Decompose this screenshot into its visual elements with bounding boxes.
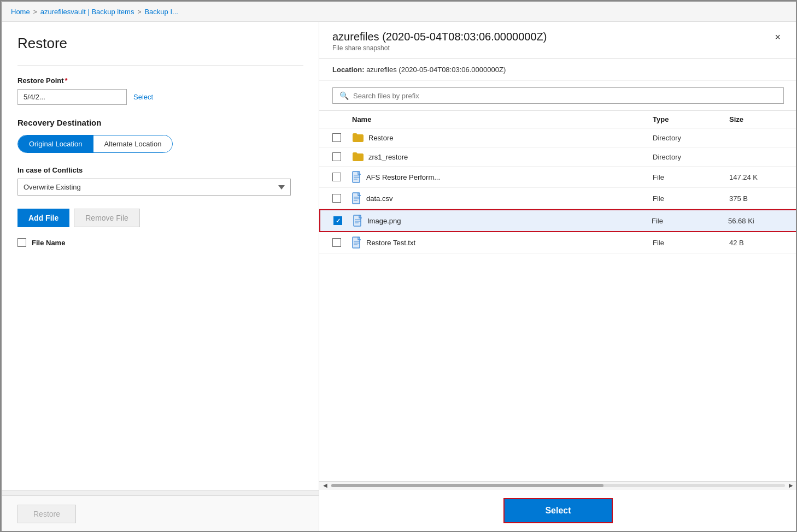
breadcrumb-sep1: > bbox=[33, 8, 37, 16]
recovery-destination-title: Recovery Destination bbox=[17, 118, 303, 127]
file-size-cell-3: 375 B bbox=[729, 194, 784, 203]
horizontal-scrollbar[interactable]: ◀ ▶ bbox=[319, 481, 797, 489]
file-type-cell-4: File bbox=[652, 217, 728, 225]
left-panel: Restore Restore Point* Select Recovery D… bbox=[2, 22, 319, 532]
table-row[interactable]: AFS Restore Perform...File147.24 K bbox=[319, 167, 797, 188]
row-checkbox-0[interactable] bbox=[332, 133, 341, 142]
table-row[interactable]: zrs1_restoreDirectory bbox=[319, 147, 797, 167]
file-name-text-2: AFS Restore Perform... bbox=[366, 173, 440, 181]
file-type-cell-3: File bbox=[653, 194, 729, 203]
select-button[interactable]: Select bbox=[503, 498, 613, 523]
file-icon bbox=[352, 237, 362, 249]
alternate-location-btn[interactable]: Alternate Location bbox=[93, 135, 173, 152]
file-name-cell-0: Restore bbox=[352, 133, 653, 143]
location-label: Location: bbox=[332, 66, 365, 74]
file-action-buttons: Add File Remove File bbox=[17, 209, 303, 227]
search-box: 🔍 bbox=[332, 87, 784, 104]
right-panel-footer: Select bbox=[319, 489, 797, 532]
recovery-destination-toggle: Original Location Alternate Location bbox=[17, 135, 173, 153]
file-name-cell-5: Restore Test.txt bbox=[352, 237, 653, 249]
file-name-cell-2: AFS Restore Perform... bbox=[352, 171, 653, 183]
svg-rect-4 bbox=[353, 193, 360, 204]
scroll-arrow-right[interactable]: ▶ bbox=[787, 482, 795, 488]
scroll-thumb bbox=[331, 484, 603, 487]
table-header: Name Type Size bbox=[319, 111, 797, 128]
file-name-text-0: Restore bbox=[368, 134, 394, 142]
add-file-button[interactable]: Add File bbox=[17, 209, 69, 227]
conflicts-select[interactable]: Overwrite Existing bbox=[17, 179, 291, 196]
breadcrumb-backup: Backup I... bbox=[144, 8, 178, 16]
file-name-text-3: data.csv bbox=[366, 194, 392, 203]
svg-rect-0 bbox=[353, 172, 360, 182]
left-panel-footer: Restore bbox=[2, 495, 319, 532]
search-icon: 🔍 bbox=[339, 91, 349, 100]
location-value: azurefiles (2020-05-04T08:03:06.0000000Z… bbox=[366, 66, 506, 74]
file-size-cell-4: 56.68 Ki bbox=[728, 217, 783, 225]
original-location-btn[interactable]: Original Location bbox=[18, 135, 93, 152]
file-size-cell-5: 42 B bbox=[729, 239, 784, 247]
required-star: * bbox=[65, 76, 68, 85]
scroll-arrow-left[interactable]: ◀ bbox=[321, 482, 329, 488]
file-name-text-5: Restore Test.txt bbox=[366, 239, 415, 247]
right-panel-title: azurefiles (2020-05-04T08:03:06.0000000Z… bbox=[332, 31, 547, 43]
file-name-cell-1: zrs1_restore bbox=[352, 152, 653, 162]
file-name-cell-4: Image.png bbox=[353, 215, 652, 227]
table-row[interactable]: RestoreDirectory bbox=[319, 128, 797, 147]
restore-title: Restore bbox=[17, 35, 303, 52]
col-header-size: Size bbox=[729, 115, 784, 123]
breadcrumb: Home > azurefilesvault | Backup items > … bbox=[2, 2, 797, 22]
restore-point-label: Restore Point* bbox=[17, 76, 303, 85]
location-row: Location: azurefiles (2020-05-04T08:03:0… bbox=[319, 59, 797, 81]
scroll-track bbox=[331, 484, 785, 487]
file-icon bbox=[352, 171, 362, 183]
row-checkbox-5[interactable] bbox=[332, 238, 341, 247]
table-row[interactable]: Restore Test.txtFile42 B bbox=[319, 232, 797, 253]
folder-icon bbox=[352, 133, 364, 143]
breadcrumb-home[interactable]: Home bbox=[11, 8, 30, 16]
select-restore-point-link[interactable]: Select bbox=[133, 93, 153, 101]
restore-point-input[interactable] bbox=[17, 89, 127, 105]
table-row[interactable]: ✓ Image.pngFile56.68 Ki bbox=[319, 209, 797, 232]
conflicts-label: In case of Conflicts bbox=[17, 166, 303, 174]
row-checkbox-1[interactable] bbox=[332, 152, 341, 161]
right-panel-header: azurefiles (2020-05-04T08:03:06.0000000Z… bbox=[319, 22, 797, 59]
left-panel-scrollbar[interactable] bbox=[2, 490, 319, 495]
file-type-cell-0: Directory bbox=[653, 134, 729, 142]
file-icon bbox=[353, 215, 363, 227]
file-name-checkbox[interactable] bbox=[17, 238, 26, 247]
file-name-label: File Name bbox=[32, 239, 65, 247]
row-checkbox-2[interactable] bbox=[332, 173, 341, 181]
file-size-cell-2: 147.24 K bbox=[729, 173, 784, 181]
col-header-name: Name bbox=[352, 115, 653, 123]
row-checkbox-3[interactable] bbox=[332, 194, 341, 203]
right-panel-subtitle: File share snapshot bbox=[332, 44, 547, 52]
remove-file-button[interactable]: Remove File bbox=[74, 209, 140, 227]
file-type-cell-5: File bbox=[653, 239, 729, 247]
right-panel: azurefiles (2020-05-04T08:03:06.0000000Z… bbox=[319, 22, 797, 532]
file-type-cell-1: Directory bbox=[653, 153, 729, 161]
svg-rect-8 bbox=[354, 215, 361, 226]
file-name-cell-3: data.csv bbox=[352, 192, 653, 204]
search-box-wrapper: 🔍 bbox=[319, 81, 797, 111]
breadcrumb-sep2: > bbox=[137, 8, 141, 16]
file-icon bbox=[352, 192, 362, 204]
svg-rect-12 bbox=[353, 237, 360, 248]
breadcrumb-vault[interactable]: azurefilesvault | Backup items bbox=[40, 8, 134, 16]
file-type-cell-2: File bbox=[653, 173, 729, 181]
restore-button[interactable]: Restore bbox=[17, 505, 76, 523]
search-input[interactable] bbox=[353, 92, 777, 100]
close-button[interactable]: × bbox=[771, 31, 784, 44]
file-name-row: File Name bbox=[17, 238, 303, 247]
file-name-text-4: Image.png bbox=[367, 217, 401, 225]
file-name-text-1: zrs1_restore bbox=[368, 153, 408, 161]
file-table: RestoreDirectoryzrs1_restoreDirectory AF… bbox=[319, 128, 797, 481]
table-row[interactable]: data.csvFile375 B bbox=[319, 188, 797, 209]
col-header-type: Type bbox=[653, 115, 729, 123]
folder-icon bbox=[352, 152, 364, 162]
row-checkbox-4[interactable]: ✓ bbox=[333, 216, 342, 225]
